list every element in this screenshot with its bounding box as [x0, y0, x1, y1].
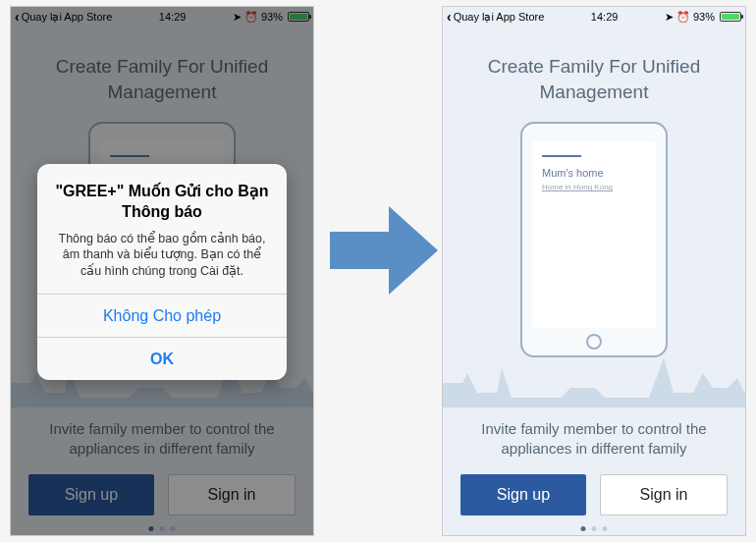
- page-dots: [581, 526, 608, 531]
- alert-deny-button[interactable]: Không Cho phép: [37, 294, 287, 337]
- page-title: Create Family For Unified Management: [488, 54, 700, 104]
- skyline-illustration: [443, 344, 746, 407]
- illus-label-1: Mum's home: [542, 167, 646, 179]
- status-time: 14:29: [591, 11, 619, 23]
- signin-button[interactable]: Sign in: [600, 474, 728, 515]
- phone-screenshot-right: ‹ Quay lại App Store 14:29 ➤ ⏰ 93% Creat…: [442, 6, 746, 536]
- alert-title: "GREE+" Muốn Gửi cho Bạn Thông báo: [51, 182, 273, 223]
- alert-message: Thông báo có thể bao gồm cảnh báo, âm th…: [51, 231, 273, 281]
- location-icon: ➤: [665, 11, 674, 24]
- status-bar: ‹ Quay lại App Store 14:29 ➤ ⏰ 93%: [443, 7, 745, 27]
- page-subtitle: Invite family member to control the appl…: [443, 419, 745, 460]
- onboarding-screen: Create Family For Unified Management Mum…: [443, 27, 745, 535]
- back-caret-icon[interactable]: ‹: [447, 9, 452, 25]
- phone-screenshot-left: ‹ Quay lại App Store 14:29 ➤ ⏰ 93% Creat…: [10, 6, 314, 536]
- alarm-icon: ⏰: [676, 11, 690, 24]
- back-to-appstore[interactable]: Quay lại App Store: [454, 11, 545, 24]
- signup-button[interactable]: Sign up: [460, 474, 586, 515]
- arrow-icon: [330, 206, 438, 295]
- battery-icon: [720, 12, 741, 22]
- notification-permission-alert: "GREE+" Muốn Gửi cho Bạn Thông báo Thông…: [37, 164, 287, 380]
- battery-pct: 93%: [693, 11, 715, 23]
- illus-label-2: Home in Hong Kong: [542, 183, 646, 191]
- alert-allow-button[interactable]: OK: [37, 337, 287, 380]
- phone-illustration: Mum's home Home in Hong Kong: [520, 122, 668, 357]
